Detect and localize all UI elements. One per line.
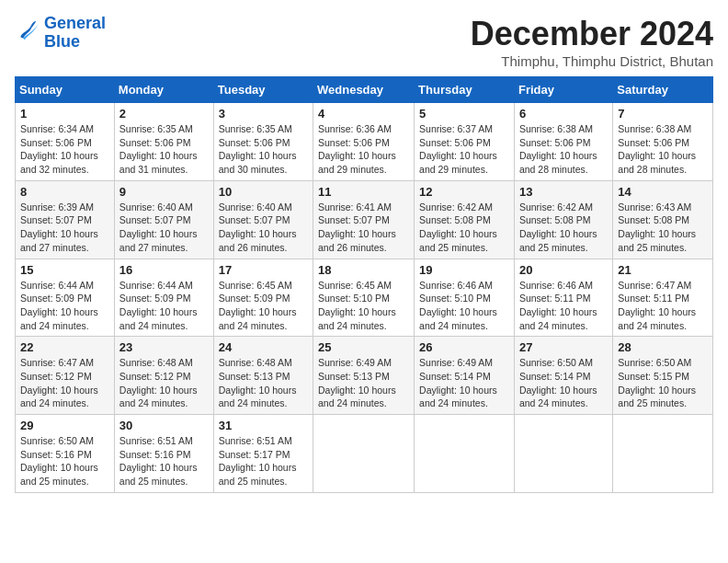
header-tuesday: Tuesday	[213, 77, 313, 103]
day-number: 30	[119, 419, 209, 432]
day-info: Sunrise: 6:50 AM Sunset: 5:16 PM Dayligh…	[20, 434, 109, 488]
day-number: 19	[419, 263, 509, 277]
day-cell: 28 Sunrise: 6:50 AM Sunset: 5:15 PM Dayl…	[613, 337, 713, 415]
day-cell: 20 Sunrise: 6:46 AM Sunset: 5:11 PM Dayl…	[514, 259, 612, 337]
day-number: 9	[119, 185, 209, 199]
day-number: 8	[20, 185, 109, 199]
day-number: 25	[318, 340, 409, 354]
day-cell: 10 Sunrise: 6:40 AM Sunset: 5:07 PM Dayl…	[213, 180, 313, 259]
day-cell: 22 Sunrise: 6:47 AM Sunset: 5:12 PM Dayl…	[16, 337, 115, 415]
header-sunday: Sunday	[16, 77, 115, 103]
day-cell	[514, 415, 612, 493]
day-number: 6	[519, 107, 608, 121]
day-info: Sunrise: 6:42 AM Sunset: 5:08 PM Dayligh…	[519, 201, 608, 255]
day-info: Sunrise: 6:41 AM Sunset: 5:07 PM Dayligh…	[318, 201, 409, 255]
calendar-table: SundayMondayTuesdayWednesdayThursdayFrid…	[15, 76, 713, 493]
day-info: Sunrise: 6:46 AM Sunset: 5:11 PM Dayligh…	[519, 279, 608, 333]
day-cell: 18 Sunrise: 6:45 AM Sunset: 5:10 PM Dayl…	[313, 259, 415, 337]
day-cell: 30 Sunrise: 6:51 AM Sunset: 5:16 PM Dayl…	[114, 415, 213, 493]
day-cell: 15 Sunrise: 6:44 AM Sunset: 5:09 PM Dayl…	[16, 259, 115, 337]
day-number: 20	[519, 263, 608, 277]
day-info: Sunrise: 6:45 AM Sunset: 5:10 PM Dayligh…	[318, 279, 409, 333]
day-number: 21	[618, 263, 708, 277]
day-info: Sunrise: 6:44 AM Sunset: 5:09 PM Dayligh…	[119, 279, 209, 333]
day-info: Sunrise: 6:36 AM Sunset: 5:06 PM Dayligh…	[318, 122, 409, 177]
day-cell: 14 Sunrise: 6:43 AM Sunset: 5:08 PM Dayl…	[613, 180, 713, 259]
header-wednesday: Wednesday	[313, 77, 415, 103]
day-cell: 6 Sunrise: 6:38 AM Sunset: 5:06 PM Dayli…	[514, 103, 612, 181]
day-info: Sunrise: 6:47 AM Sunset: 5:12 PM Dayligh…	[20, 356, 109, 410]
day-cell: 26 Sunrise: 6:49 AM Sunset: 5:14 PM Dayl…	[415, 337, 515, 415]
day-number: 31	[219, 419, 308, 432]
day-info: Sunrise: 6:38 AM Sunset: 5:06 PM Dayligh…	[519, 122, 608, 177]
day-number: 7	[618, 107, 708, 121]
day-number: 27	[519, 340, 608, 354]
day-info: Sunrise: 6:46 AM Sunset: 5:10 PM Dayligh…	[419, 279, 509, 333]
day-info: Sunrise: 6:47 AM Sunset: 5:11 PM Dayligh…	[618, 279, 708, 333]
logo-text: General Blue	[44, 15, 106, 52]
day-number: 26	[419, 340, 509, 354]
day-number: 29	[20, 419, 109, 432]
header-monday: Monday	[114, 77, 213, 103]
day-info: Sunrise: 6:38 AM Sunset: 5:06 PM Dayligh…	[618, 122, 708, 177]
week-row-3: 15 Sunrise: 6:44 AM Sunset: 5:09 PM Dayl…	[16, 259, 713, 337]
day-info: Sunrise: 6:42 AM Sunset: 5:08 PM Dayligh…	[419, 201, 509, 255]
day-info: Sunrise: 6:50 AM Sunset: 5:14 PM Dayligh…	[519, 356, 608, 410]
day-cell: 25 Sunrise: 6:49 AM Sunset: 5:13 PM Dayl…	[313, 337, 415, 415]
day-cell	[415, 415, 515, 493]
day-info: Sunrise: 6:50 AM Sunset: 5:15 PM Dayligh…	[618, 356, 708, 410]
day-number: 28	[618, 340, 708, 354]
day-number: 4	[318, 107, 409, 121]
title-area: December 2024 Thimphu, Thimphu District,…	[471, 15, 713, 69]
day-info: Sunrise: 6:48 AM Sunset: 5:13 PM Dayligh…	[219, 356, 308, 410]
day-info: Sunrise: 6:49 AM Sunset: 5:13 PM Dayligh…	[318, 356, 409, 410]
day-cell: 8 Sunrise: 6:39 AM Sunset: 5:07 PM Dayli…	[16, 180, 115, 259]
day-cell: 27 Sunrise: 6:50 AM Sunset: 5:14 PM Dayl…	[514, 337, 612, 415]
day-number: 12	[419, 185, 509, 199]
day-cell: 29 Sunrise: 6:50 AM Sunset: 5:16 PM Dayl…	[16, 415, 115, 493]
day-number: 10	[219, 185, 308, 199]
day-info: Sunrise: 6:34 AM Sunset: 5:06 PM Dayligh…	[20, 122, 109, 177]
location-title: Thimphu, Thimphu District, Bhutan	[471, 53, 713, 69]
week-row-2: 8 Sunrise: 6:39 AM Sunset: 5:07 PM Dayli…	[16, 180, 713, 259]
day-info: Sunrise: 6:44 AM Sunset: 5:09 PM Dayligh…	[20, 279, 109, 333]
day-cell: 11 Sunrise: 6:41 AM Sunset: 5:07 PM Dayl…	[313, 180, 415, 259]
day-cell: 24 Sunrise: 6:48 AM Sunset: 5:13 PM Dayl…	[213, 337, 313, 415]
day-cell: 3 Sunrise: 6:35 AM Sunset: 5:06 PM Dayli…	[213, 103, 313, 181]
header-thursday: Thursday	[415, 77, 515, 103]
day-cell: 9 Sunrise: 6:40 AM Sunset: 5:07 PM Dayli…	[114, 180, 213, 259]
day-number: 17	[219, 263, 308, 277]
day-cell: 7 Sunrise: 6:38 AM Sunset: 5:06 PM Dayli…	[613, 103, 713, 181]
month-title: December 2024	[471, 15, 713, 53]
day-cell	[313, 415, 415, 493]
day-cell: 16 Sunrise: 6:44 AM Sunset: 5:09 PM Dayl…	[114, 259, 213, 337]
day-info: Sunrise: 6:48 AM Sunset: 5:12 PM Dayligh…	[119, 356, 209, 410]
day-number: 24	[219, 340, 308, 354]
day-number: 11	[318, 185, 409, 199]
day-cell	[613, 415, 713, 493]
day-info: Sunrise: 6:35 AM Sunset: 5:06 PM Dayligh…	[119, 122, 209, 177]
day-number: 16	[119, 263, 209, 277]
day-number: 14	[618, 185, 708, 199]
day-cell: 23 Sunrise: 6:48 AM Sunset: 5:12 PM Dayl…	[114, 337, 213, 415]
calendar-header-row: SundayMondayTuesdayWednesdayThursdayFrid…	[16, 77, 713, 103]
day-info: Sunrise: 6:37 AM Sunset: 5:06 PM Dayligh…	[419, 122, 509, 177]
day-number: 18	[318, 263, 409, 277]
week-row-4: 22 Sunrise: 6:47 AM Sunset: 5:12 PM Dayl…	[16, 337, 713, 415]
header: General Blue December 2024 Thimphu, Thim…	[15, 15, 713, 69]
day-info: Sunrise: 6:49 AM Sunset: 5:14 PM Dayligh…	[419, 356, 509, 410]
day-number: 22	[20, 340, 109, 354]
day-number: 1	[20, 107, 109, 121]
day-info: Sunrise: 6:35 AM Sunset: 5:06 PM Dayligh…	[219, 122, 308, 177]
logo: General Blue	[15, 15, 106, 52]
week-row-5: 29 Sunrise: 6:50 AM Sunset: 5:16 PM Dayl…	[16, 415, 713, 493]
day-cell: 2 Sunrise: 6:35 AM Sunset: 5:06 PM Dayli…	[114, 103, 213, 181]
week-row-1: 1 Sunrise: 6:34 AM Sunset: 5:06 PM Dayli…	[16, 103, 713, 181]
logo-line1: General	[44, 14, 106, 32]
header-friday: Friday	[514, 77, 612, 103]
day-info: Sunrise: 6:51 AM Sunset: 5:16 PM Dayligh…	[119, 434, 209, 488]
day-info: Sunrise: 6:40 AM Sunset: 5:07 PM Dayligh…	[219, 201, 308, 255]
day-cell: 12 Sunrise: 6:42 AM Sunset: 5:08 PM Dayl…	[415, 180, 515, 259]
logo-icon	[15, 18, 40, 44]
logo-line2: Blue	[44, 32, 80, 51]
